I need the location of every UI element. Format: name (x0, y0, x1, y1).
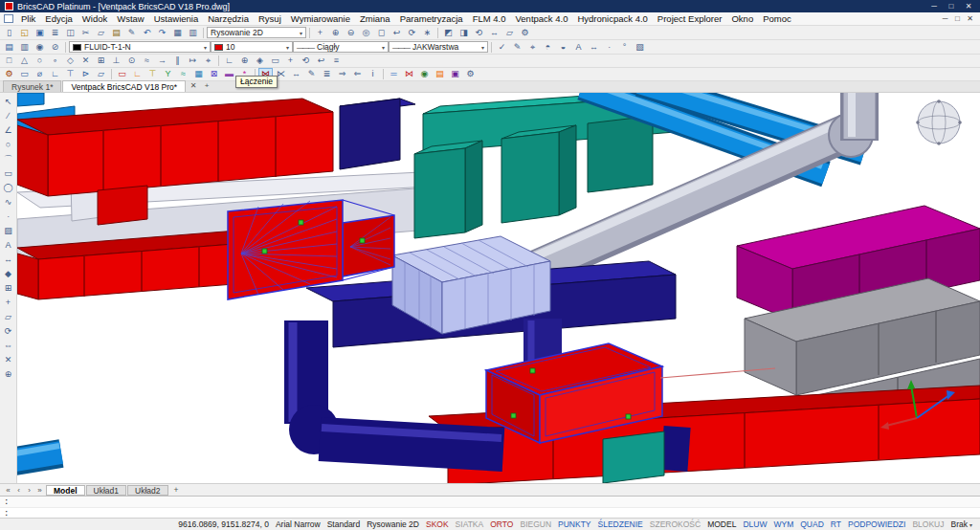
close-tab-button[interactable]: ✕ (187, 80, 200, 92)
status-orto[interactable]: ORTO (490, 519, 513, 529)
redraw-icon[interactable]: ∗ (420, 27, 434, 39)
layout-nav-button[interactable]: ‹ (13, 486, 24, 495)
ucs-z-rotate-icon[interactable]: ⟲ (299, 55, 313, 67)
duct-teal-connector[interactable] (603, 431, 664, 483)
layout-nav-button[interactable]: « (3, 486, 13, 495)
menu-pomoc[interactable]: Pomoc (758, 13, 796, 24)
pan-icon[interactable]: + (313, 27, 327, 39)
vp-damper-icon[interactable]: ⊠ (207, 68, 221, 80)
zoom-tool-icon[interactable]: ⊕ (1, 367, 15, 381)
vp-transition-icon[interactable]: ▱ (94, 68, 108, 80)
copy-entity-icon[interactable]: ▱ (1, 310, 15, 323)
cut-icon[interactable]: ✂ (78, 27, 93, 39)
snap-endpoint-icon[interactable]: □ (2, 55, 16, 67)
menu-project-explorer[interactable]: Project Explorer (653, 13, 727, 24)
vp-info-icon[interactable]: i (366, 68, 380, 80)
doc-tab-rysunek-1[interactable]: Rysunek 1* (3, 80, 61, 92)
select-icon[interactable]: ↖ (1, 95, 15, 108)
add-layout-button[interactable]: + (170, 485, 183, 495)
layout-nav-button[interactable]: › (24, 486, 34, 495)
block-icon[interactable]: ◆ (1, 267, 15, 280)
point-style-icon[interactable]: ∙ (602, 41, 616, 54)
status-biegun[interactable]: BIEGUN (520, 519, 551, 529)
print-preview-icon[interactable]: ◫ (63, 27, 78, 39)
zoom-extents-icon[interactable]: ◎ (359, 27, 373, 39)
text-style-icon[interactable]: A (571, 41, 586, 54)
snap-center-icon[interactable]: ○ (33, 55, 47, 67)
ucs-named-icon[interactable]: ≡ (329, 55, 344, 67)
viewport-3d[interactable] (17, 93, 980, 483)
vp-duct-icon[interactable]: ▭ (17, 68, 32, 80)
hp-settings-icon[interactable]: ⚙ (463, 68, 478, 80)
spline-icon[interactable]: ∿ (1, 195, 15, 209)
visual-styles-icon[interactable]: ◨ (457, 27, 471, 39)
dimension-style-icon[interactable]: ↔ (587, 41, 601, 54)
layout-nav-button[interactable]: » (34, 486, 45, 495)
open-icon[interactable]: ◱ (17, 27, 32, 39)
menu-wymiarowanie[interactable]: Wymiarowanie (286, 13, 355, 24)
zoom-out-icon[interactable]: ⊖ (344, 27, 358, 39)
snap-settings-icon[interactable]: ⌖ (201, 55, 215, 67)
layer-states-icon[interactable]: ▥ (17, 41, 32, 54)
units-icon[interactable]: ° (617, 41, 632, 54)
properties-icon[interactable]: ▦ (170, 27, 185, 39)
ucs-world-icon[interactable]: ⊕ (237, 55, 252, 67)
ellipse-icon[interactable]: ◯ (1, 181, 15, 194)
save-icon[interactable]: ▣ (33, 27, 47, 39)
snap-node-icon[interactable]: ∘ (48, 55, 62, 67)
polyline-icon[interactable]: ∠ (1, 123, 15, 137)
current-style[interactable]: Standard (327, 519, 361, 529)
snap-nearest-icon[interactable]: ≈ (140, 55, 154, 67)
text-icon[interactable]: A (1, 238, 15, 252)
area-icon[interactable]: ▱ (502, 27, 517, 39)
status-śledzenie[interactable]: ŚLEDZENIE (598, 519, 643, 529)
vp-draw-duct-icon[interactable]: ▭ (115, 68, 129, 80)
vp-draw-branch-icon[interactable]: Y (161, 68, 175, 80)
status-podpowiedzi[interactable]: PODPOWIEDZI (848, 519, 905, 529)
pipe-blue-bottom-left[interactable] (17, 446, 61, 462)
vp-silencer-icon[interactable]: ▬ (222, 68, 236, 80)
status-skok[interactable]: SKOK (426, 519, 449, 529)
view-orbit-icon[interactable]: ⟲ (472, 27, 486, 39)
menu-ustawienia[interactable]: Ustawienia (149, 13, 203, 24)
redo-icon[interactable]: ↷ (155, 27, 169, 39)
maximize-button[interactable]: □ (945, 2, 958, 11)
insert-block-icon[interactable]: ⊞ (1, 281, 15, 295)
snap-parallel-icon[interactable]: ∥ (170, 55, 185, 67)
status-punkty[interactable]: PUNKTY (558, 519, 590, 529)
layer-lock-icon[interactable]: ⊘ (48, 41, 62, 54)
drawing-explorer-icon[interactable]: ▥ (186, 27, 200, 39)
copy-icon[interactable]: ▱ (94, 27, 108, 39)
distance-icon[interactable]: ↔ (487, 27, 501, 39)
hp-valve-icon[interactable]: ⋈ (402, 68, 416, 80)
vp-draw-elbow-icon[interactable]: ∟ (130, 68, 145, 80)
status-wym[interactable]: WYM (773, 519, 793, 529)
zoom-previous-icon[interactable]: ↩ (390, 27, 404, 39)
vp-draw-tee-icon[interactable]: ⊤ (145, 68, 160, 80)
draw-order-front-icon[interactable]: ◓ (541, 41, 555, 54)
menu-ventpack-4-0[interactable]: Ventpack 4.0 (511, 13, 573, 24)
lineweight-dropdown[interactable]: ——— JAKWarstwa ▾ (389, 41, 488, 53)
undo-icon[interactable]: ↶ (140, 27, 154, 39)
vp-bom-icon[interactable]: ≣ (320, 68, 334, 80)
snap-perpendicular-icon[interactable]: ⊥ (109, 55, 123, 67)
move-icon[interactable]: + (1, 296, 15, 309)
vp-round-duct-icon[interactable]: ⌀ (33, 68, 47, 80)
color-dropdown[interactable]: 10 ▾ (211, 41, 293, 53)
layout-tab-model[interactable]: Model (46, 485, 85, 496)
paste-icon[interactable]: ▤ (109, 27, 123, 39)
vp-label-icon[interactable]: ✎ (304, 68, 319, 80)
snap-intersection-icon[interactable]: ✕ (78, 55, 93, 67)
ucs-origin-icon[interactable]: + (283, 55, 298, 67)
vp-import-icon[interactable]: ⇐ (350, 68, 365, 80)
draw-order-back-icon[interactable]: ◒ (556, 41, 570, 54)
child-restore-button[interactable]: □ (951, 14, 964, 23)
snap-midpoint-icon[interactable]: △ (17, 55, 32, 67)
zoom-window-icon[interactable]: ◻ (374, 27, 389, 39)
menu-flm-4-0[interactable]: FLM 4.0 (468, 13, 511, 24)
vp-tee-icon[interactable]: ⊤ (63, 68, 78, 80)
menu-narzędzia[interactable]: Narzędzia (203, 13, 254, 24)
ucs-view-icon[interactable]: ▭ (268, 55, 282, 67)
arc-icon[interactable]: ⌒ (1, 152, 15, 166)
snap-from-icon[interactable]: ↦ (186, 55, 200, 67)
